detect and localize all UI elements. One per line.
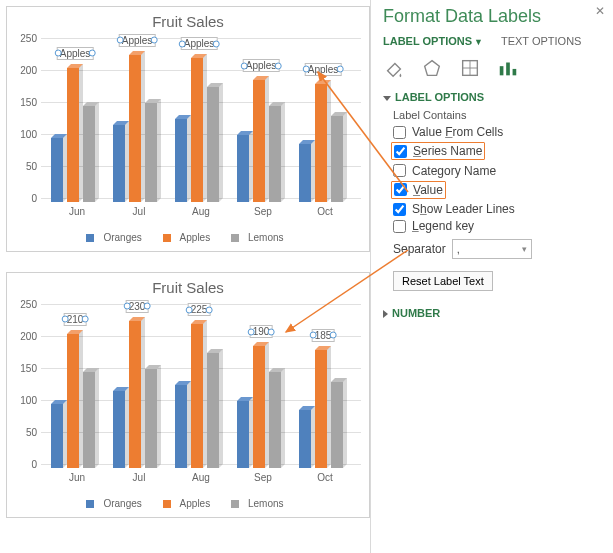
tab-label-options[interactable]: LABEL OPTIONS▼ [383,35,483,47]
close-icon[interactable]: ✕ [595,4,605,18]
data-label[interactable]: Apples [57,47,94,60]
chart-plot-area: 050100150200250Jun210Jul230Aug225Sep190O… [41,300,361,480]
data-label[interactable]: 185 [312,329,335,342]
data-label[interactable]: Apples [181,37,218,50]
chevron-down-icon: ▼ [474,37,483,47]
chart-bottom[interactable]: Fruit Sales 050100150200250Jun210Jul230A… [6,272,370,518]
svg-rect-5 [506,63,510,76]
tab-text-options[interactable]: TEXT OPTIONS [501,35,581,47]
effects-icon[interactable] [421,57,443,79]
size-properties-icon[interactable] [459,57,481,79]
data-label[interactable]: Apples [243,59,280,72]
opt-category-name[interactable]: Category Name [393,164,603,178]
reset-label-text-button[interactable]: Reset Label Text [393,271,493,291]
opt-series-name[interactable]: Series Name [394,144,482,158]
format-data-labels-panel: ✕ Format Data Labels LABEL OPTIONS▼ TEXT… [370,0,613,553]
svg-marker-0 [425,61,440,76]
section-label-options[interactable]: LABEL OPTIONS [383,91,603,103]
opt-value-from-cells[interactable]: Value From Cells [393,125,603,139]
panel-title: Format Data Labels [383,6,603,27]
svg-rect-6 [513,69,517,75]
data-label[interactable]: 210 [64,313,87,326]
chart-title: Fruit Sales [15,279,361,296]
data-label[interactable]: 190 [250,325,273,338]
svg-rect-4 [500,66,504,75]
chart-title: Fruit Sales [15,13,361,30]
chart-legend: Oranges Apples Lemons [15,498,361,509]
label-contains-heading: Label Contains [393,109,603,121]
opt-legend-key[interactable]: Legend key [393,219,603,233]
chart-top[interactable]: Fruit Sales 050100150200250JunApplesJulA… [6,6,370,252]
data-label[interactable]: Apples [305,63,342,76]
opt-show-leader-lines[interactable]: Show Leader Lines [393,202,603,216]
data-label[interactable]: 230 [126,300,149,313]
chart-plot-area: 050100150200250JunApplesJulApplesAugAppl… [41,34,361,214]
fill-icon[interactable] [383,57,405,79]
separator-label: Separator [393,242,446,256]
data-label[interactable]: Apples [119,34,156,47]
chart-legend: Oranges Apples Lemons [15,232,361,243]
data-label[interactable]: 225 [188,303,211,316]
label-options-icon[interactable] [497,57,519,79]
chevron-down-icon: ▾ [522,244,527,254]
separator-select[interactable]: ,▾ [452,239,532,259]
section-number[interactable]: NUMBER [383,307,603,319]
opt-value[interactable]: Value [394,183,443,197]
